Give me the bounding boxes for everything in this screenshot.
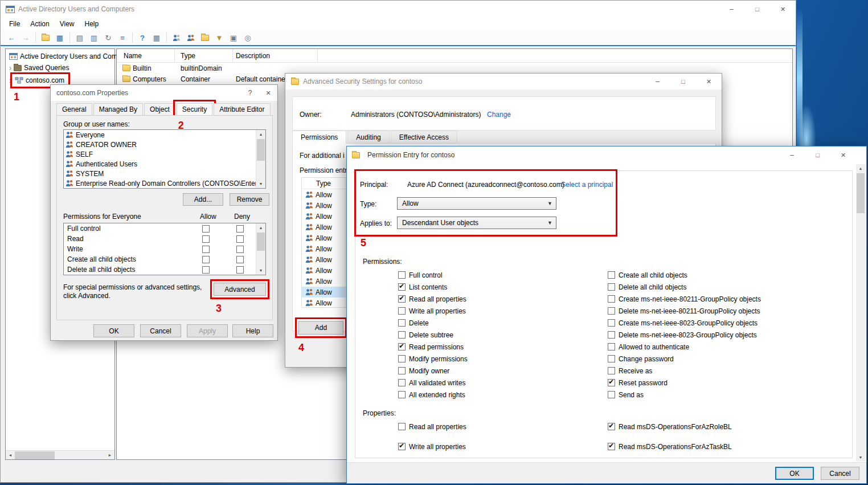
property-checkbox[interactable] xyxy=(608,423,615,430)
permission-checkbox[interactable] xyxy=(608,343,615,350)
close-icon[interactable] xyxy=(770,1,796,18)
vertical-scrollbar[interactable] xyxy=(856,164,866,462)
permission-checkbox[interactable] xyxy=(608,271,615,279)
permission-checkbox[interactable] xyxy=(608,331,615,339)
group-list-item[interactable]: SELF xyxy=(64,149,265,159)
property-checkbox[interactable] xyxy=(608,443,615,450)
cancel-button[interactable]: Cancel xyxy=(821,467,859,480)
scroll-down-icon[interactable] xyxy=(256,180,265,188)
vertical-scrollbar[interactable] xyxy=(256,223,265,275)
allow-checkbox[interactable] xyxy=(202,246,210,253)
property-checkbox[interactable] xyxy=(398,423,406,430)
permission-checkbox[interactable] xyxy=(608,391,615,398)
column-header[interactable]: Description xyxy=(233,49,318,62)
up-level-icon[interactable] xyxy=(39,31,52,44)
scroll-up-icon[interactable] xyxy=(856,164,865,173)
export-list-icon[interactable] xyxy=(116,31,129,44)
property-checkbox[interactable] xyxy=(398,443,406,450)
group-list-item[interactable]: SYSTEM xyxy=(64,169,265,178)
chevron-right-icon[interactable] xyxy=(7,76,14,85)
minimize-icon[interactable] xyxy=(719,1,744,18)
select-principal-link[interactable]: Select a principal xyxy=(561,181,613,189)
allow-checkbox[interactable] xyxy=(202,256,210,263)
chevron-right-icon[interactable] xyxy=(7,63,14,72)
maximize-icon[interactable] xyxy=(744,1,770,18)
paste-icon[interactable] xyxy=(88,31,100,44)
close-icon[interactable] xyxy=(696,74,722,89)
add-ou-icon[interactable] xyxy=(199,31,211,44)
horizontal-scrollbar[interactable] xyxy=(6,450,114,459)
deny-checkbox[interactable] xyxy=(236,266,244,274)
aduc-titlebar[interactable]: Active Directory Users and Computers xyxy=(1,1,796,18)
vertical-scrollbar[interactable] xyxy=(256,130,265,188)
show-console-tree-icon[interactable] xyxy=(54,31,66,44)
deny-checkbox[interactable] xyxy=(236,246,244,253)
help-icon[interactable] xyxy=(136,31,149,44)
scroll-down-icon[interactable] xyxy=(856,453,865,462)
menu-item[interactable]: File xyxy=(4,18,25,30)
tab[interactable]: General xyxy=(56,103,92,116)
tab[interactable]: Auditing xyxy=(347,131,389,144)
maximize-icon[interactable] xyxy=(805,146,830,164)
permission-checkbox[interactable] xyxy=(398,343,406,350)
deny-checkbox[interactable] xyxy=(236,235,244,243)
permission-checkbox[interactable] xyxy=(398,391,406,398)
group-list-item[interactable]: CREATOR OWNER xyxy=(64,140,265,149)
tab[interactable]: Attribute Editor xyxy=(214,103,270,116)
permission-entry-titlebar[interactable]: Permission Entry for contoso xyxy=(347,146,866,164)
advanced-titlebar[interactable]: Advanced Security Settings for contoso xyxy=(285,74,722,89)
scroll-left-icon[interactable] xyxy=(6,451,15,460)
permission-checkbox[interactable] xyxy=(398,379,406,386)
scroll-thumb[interactable] xyxy=(15,451,55,459)
change-owner-link[interactable]: Change xyxy=(487,111,511,119)
tab[interactable]: Managed By xyxy=(93,103,143,116)
permission-checkbox[interactable] xyxy=(608,295,615,303)
help-button[interactable]: Help xyxy=(232,324,273,337)
table-row[interactable]: Builtin builtinDomain xyxy=(117,63,792,74)
column-header[interactable]: Type xyxy=(175,49,233,62)
tab[interactable]: Permissions xyxy=(292,131,346,144)
back-icon[interactable] xyxy=(5,31,18,44)
tab[interactable]: Security 2 xyxy=(177,103,212,116)
column-header[interactable]: Name xyxy=(117,49,175,62)
type-dropdown[interactable]: Allow xyxy=(397,197,556,210)
permission-checkbox[interactable] xyxy=(398,295,406,303)
copy-icon[interactable] xyxy=(73,31,86,44)
maximize-icon[interactable] xyxy=(670,74,696,89)
apply-button[interactable]: Apply xyxy=(187,324,228,337)
permission-checkbox[interactable] xyxy=(608,379,615,386)
permission-checkbox[interactable] xyxy=(608,307,615,315)
add-principal-button[interactable]: Add... xyxy=(183,193,223,206)
group-list-item[interactable]: Everyone xyxy=(64,130,265,140)
group-list-item[interactable]: Authenticated Users xyxy=(64,159,265,169)
add-group-icon[interactable] xyxy=(185,31,197,44)
deny-checkbox[interactable] xyxy=(236,256,244,263)
allow-checkbox[interactable] xyxy=(202,266,210,274)
advanced-button[interactable]: Advanced xyxy=(214,283,266,296)
permission-checkbox[interactable] xyxy=(398,283,406,291)
advanced-features-icon[interactable] xyxy=(227,31,240,44)
filter-icon[interactable] xyxy=(213,31,226,44)
scroll-thumb[interactable] xyxy=(857,173,865,213)
selected-tree-node[interactable]: contoso.com 1 xyxy=(14,76,67,85)
tree-item-root[interactable]: Active Directory Users and Com xyxy=(6,51,114,62)
permission-checkbox[interactable] xyxy=(608,355,615,362)
allow-checkbox[interactable] xyxy=(202,225,210,233)
permission-checkbox[interactable] xyxy=(398,271,406,279)
properties-titlebar[interactable]: contoso.com Properties xyxy=(51,85,277,101)
remove-principal-button[interactable]: Remove xyxy=(230,193,269,206)
permission-checkbox[interactable] xyxy=(398,355,406,362)
tree-item-saved-queries[interactable]: Saved Queries xyxy=(6,62,114,74)
tab[interactable]: Object xyxy=(144,103,175,116)
add-entry-button[interactable]: Add xyxy=(298,321,343,335)
permission-checkbox[interactable] xyxy=(398,307,406,315)
scroll-down-icon[interactable] xyxy=(256,266,265,275)
close-icon[interactable] xyxy=(830,146,856,164)
deny-checkbox[interactable] xyxy=(236,225,244,233)
tab[interactable]: Effective Access xyxy=(391,131,457,144)
close-icon[interactable] xyxy=(259,85,277,101)
ok-button[interactable]: OK xyxy=(93,324,134,337)
add-user-icon[interactable] xyxy=(170,31,183,44)
menu-item[interactable]: Action xyxy=(25,18,54,30)
permission-checkbox[interactable] xyxy=(608,283,615,291)
